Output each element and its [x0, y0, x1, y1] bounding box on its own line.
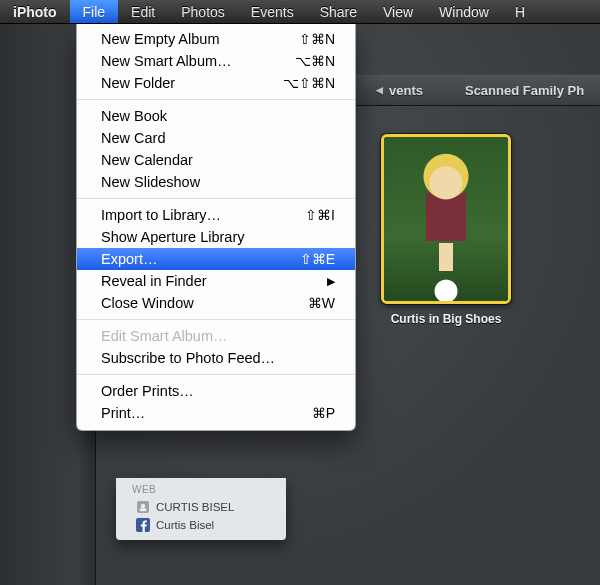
svg-rect-2 [140, 508, 147, 511]
photo-image [381, 134, 511, 304]
submenu-arrow-icon: ▶ [327, 275, 335, 288]
share-menu[interactable]: Share [307, 0, 370, 23]
menu-new-card[interactable]: New Card [77, 127, 355, 149]
photos-menu[interactable]: Photos [168, 0, 238, 23]
menu-subscribe-photo-feed[interactable]: Subscribe to Photo Feed… [77, 347, 355, 369]
window-menu[interactable]: Window [426, 0, 502, 23]
photo-thumbnail[interactable]: Curtis in Big Shoes [381, 134, 511, 326]
photo-caption: Curtis in Big Shoes [381, 312, 511, 326]
menu-import-to-library[interactable]: Import to Library…⇧⌘I [77, 204, 355, 226]
menu-sep [77, 319, 355, 320]
menu-new-smart-album[interactable]: New Smart Album…⌥⌘N [77, 50, 355, 72]
sidebar-item-facebook[interactable]: Curtis Bisel [126, 516, 280, 534]
file-dropdown: New Empty Album⇧⌘N New Smart Album…⌥⌘N N… [76, 24, 356, 431]
sidebar-web-section: WEB CURTIS BISEL Curtis Bisel [116, 478, 286, 540]
events-button[interactable]: ◀ vents [376, 83, 423, 98]
view-menu[interactable]: View [370, 0, 426, 23]
menu-export[interactable]: Export…⇧⌘E [77, 248, 355, 270]
menu-new-slideshow[interactable]: New Slideshow [77, 171, 355, 193]
menu-edit-smart-album: Edit Smart Album… [77, 325, 355, 347]
chevron-left-icon: ◀ [376, 85, 383, 95]
sidebar-item-mobileme[interactable]: CURTIS BISEL [126, 498, 280, 516]
menu-sep [77, 198, 355, 199]
menu-close-window[interactable]: Close Window⌘W [77, 292, 355, 314]
facebook-icon [136, 518, 150, 532]
events-menu[interactable]: Events [238, 0, 307, 23]
sidebar-section-header: WEB [132, 484, 280, 495]
menu-new-empty-album[interactable]: New Empty Album⇧⌘N [77, 28, 355, 50]
edit-menu[interactable]: Edit [118, 0, 168, 23]
menu-sep [77, 374, 355, 375]
help-menu[interactable]: H [502, 0, 538, 23]
menu-new-calendar[interactable]: New Calendar [77, 149, 355, 171]
menu-reveal-in-finder[interactable]: Reveal in Finder▶ [77, 270, 355, 292]
menu-print[interactable]: Print…⌘P [77, 402, 355, 424]
menu-new-book[interactable]: New Book [77, 105, 355, 127]
svg-point-1 [141, 504, 145, 508]
mobileme-icon [136, 500, 150, 514]
menu-sep [77, 99, 355, 100]
album-tab-label: Scanned Family Ph [465, 83, 584, 98]
album-tab[interactable]: Scanned Family Ph [465, 83, 584, 98]
app-menu[interactable]: iPhoto [0, 0, 70, 23]
menu-new-folder[interactable]: New Folder⌥⇧⌘N [77, 72, 355, 94]
menu-bar: iPhoto File Edit Photos Events Share Vie… [0, 0, 600, 24]
events-label: vents [389, 83, 423, 98]
menu-order-prints[interactable]: Order Prints… [77, 380, 355, 402]
sidebar-item-label: CURTIS BISEL [156, 501, 234, 513]
sidebar-item-label: Curtis Bisel [156, 519, 214, 531]
file-menu[interactable]: File [70, 0, 119, 23]
menu-show-aperture-library[interactable]: Show Aperture Library [77, 226, 355, 248]
